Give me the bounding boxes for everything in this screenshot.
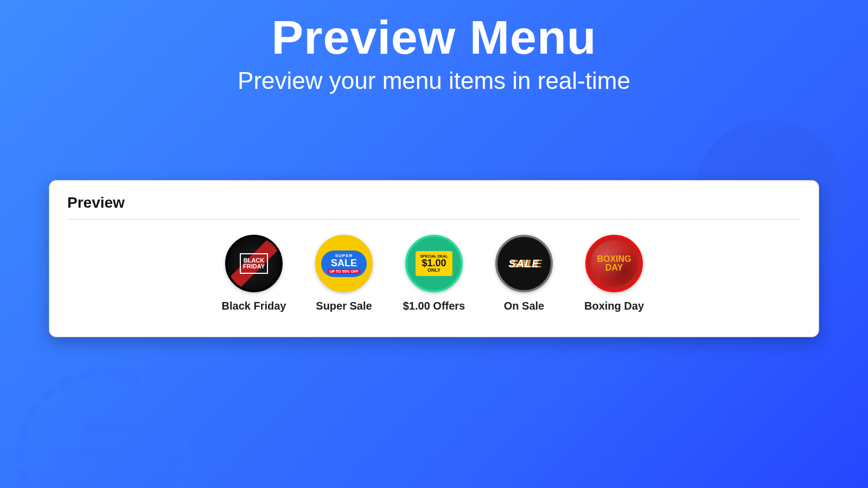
on-sale-icon: SALE [495,235,553,292]
menu-item-dollar-offers[interactable]: SPECIAL DEAL $1.00 ONLY $1.00 Offers [399,235,469,312]
hero-subtitle: Preview your menu items in real-time [0,67,868,94]
boxing-day-icon: BOXING DAY [585,235,643,292]
menu-item-boxing-day[interactable]: BOXING DAY Boxing Day [579,235,649,312]
black-friday-icon: BLACK FRIDAY [225,235,283,292]
menu-item-label: Super Sale [316,300,372,312]
menu-item-label: Black Friday [222,300,286,312]
menu-item-on-sale[interactable]: SALE On Sale [489,235,559,312]
menu-items-row: BLACK FRIDAY Black Friday SUPER SALE UP … [67,235,801,312]
hero-title: Preview Menu [0,10,868,65]
menu-item-label: On Sale [504,300,544,312]
hero-heading: Preview Menu Preview your menu items in … [0,0,868,94]
decorative-chat-icon [16,369,190,488]
preview-card: Preview BLACK FRIDAY Black Friday SUPER … [49,180,819,337]
menu-item-label: Boxing Day [584,300,644,312]
menu-item-label: $1.00 Offers [403,300,465,312]
preview-card-title: Preview [67,194,801,220]
menu-item-black-friday[interactable]: BLACK FRIDAY Black Friday [219,235,289,312]
menu-item-super-sale[interactable]: SUPER SALE UP TO 50% OFF Super Sale [309,235,379,312]
dollar-offers-icon: SPECIAL DEAL $1.00 ONLY [405,235,463,292]
promo-stage: Preview Menu Preview your menu items in … [0,0,868,488]
super-sale-icon: SUPER SALE UP TO 50% OFF [315,235,373,292]
